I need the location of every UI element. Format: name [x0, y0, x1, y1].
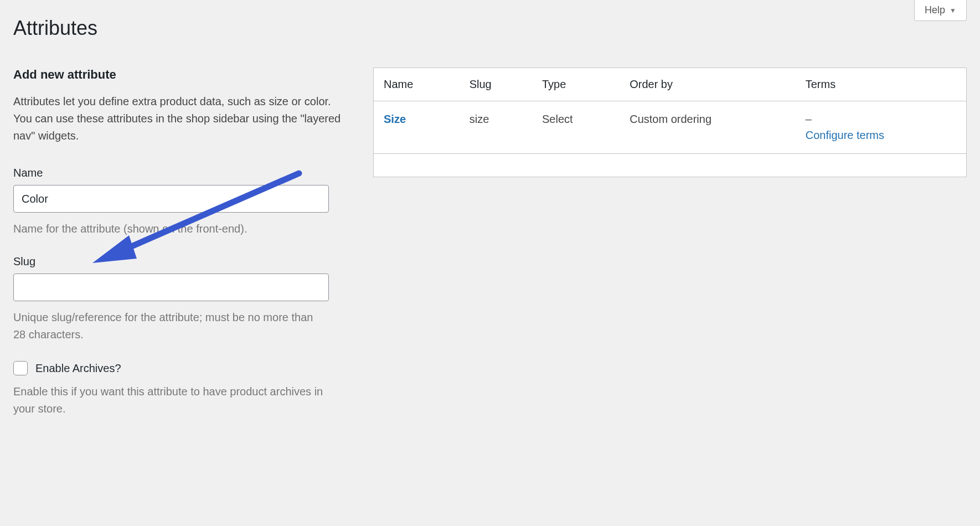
- configure-terms-link[interactable]: Configure terms: [806, 129, 884, 141]
- th-terms[interactable]: Terms: [796, 68, 967, 101]
- attributes-table-container: Name Slug Type Order by Terms Size size …: [373, 68, 967, 435]
- enable-archives-help: Enable this if you want this attribute t…: [13, 383, 323, 417]
- attr-order-by: Custom ordering: [620, 101, 796, 154]
- terms-dash: –: [806, 113, 812, 125]
- attr-type: Select: [532, 101, 620, 154]
- th-type[interactable]: Type: [532, 68, 620, 101]
- th-name[interactable]: Name: [374, 68, 460, 101]
- table-footer: [374, 154, 967, 177]
- attr-slug: size: [460, 101, 532, 154]
- name-help: Name for the attribute (shown on the fro…: [13, 220, 323, 238]
- slug-input[interactable]: [13, 274, 329, 301]
- table-row: Size size Select Custom ordering – Confi…: [374, 101, 967, 154]
- form-heading: Add new attribute: [13, 68, 351, 82]
- slug-label: Slug: [13, 255, 351, 268]
- attr-name-link[interactable]: Size: [384, 113, 406, 125]
- name-input[interactable]: [13, 185, 329, 213]
- add-attribute-form: Add new attribute Attributes let you def…: [13, 68, 351, 435]
- form-intro: Attributes let you define extra product …: [13, 93, 351, 145]
- enable-archives-checkbox[interactable]: [13, 361, 28, 375]
- name-label: Name: [13, 167, 351, 179]
- help-label: Help: [925, 4, 945, 16]
- th-slug[interactable]: Slug: [460, 68, 532, 101]
- page-title: Attributes: [13, 0, 967, 40]
- help-toggle[interactable]: Help ▼: [914, 0, 967, 21]
- slug-help: Unique slug/reference for the attribute;…: [13, 309, 323, 343]
- attributes-table: Name Slug Type Order by Terms Size size …: [373, 68, 967, 177]
- enable-archives-label[interactable]: Enable Archives?: [35, 362, 121, 375]
- th-order-by[interactable]: Order by: [620, 68, 796, 101]
- chevron-down-icon: ▼: [950, 7, 956, 14]
